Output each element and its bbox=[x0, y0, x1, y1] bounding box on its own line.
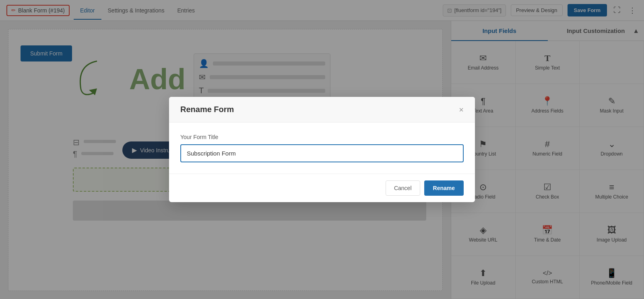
modal-footer: Cancel Rename bbox=[169, 174, 475, 202]
modal-field-label: Your Form Title bbox=[180, 134, 464, 140]
modal-body: Your Form Title bbox=[169, 123, 475, 174]
modal-title: Rename Form bbox=[180, 105, 234, 114]
rename-form-modal: Rename Form × Your Form Title Cancel Ren… bbox=[169, 97, 475, 202]
rename-button[interactable]: Rename bbox=[424, 180, 464, 196]
modal-header: Rename Form × bbox=[169, 97, 475, 123]
modal-close-button[interactable]: × bbox=[459, 106, 464, 114]
cancel-button[interactable]: Cancel bbox=[386, 180, 420, 196]
form-title-input[interactable] bbox=[180, 144, 464, 162]
modal-overlay[interactable]: Rename Form × Your Form Title Cancel Ren… bbox=[0, 0, 644, 299]
